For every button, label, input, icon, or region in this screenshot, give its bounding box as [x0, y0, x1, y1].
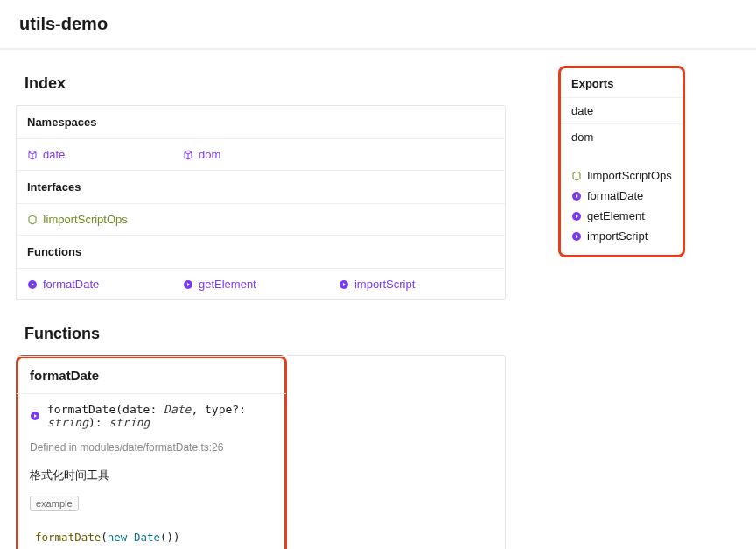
exports-heading: Exports	[561, 68, 682, 97]
highlight-annotation: formatDate formatDate(date: Date, type?:…	[16, 355, 287, 549]
interface-icon	[27, 215, 38, 225]
function-icon	[30, 411, 40, 421]
page-title: utils-demo	[19, 14, 737, 34]
page-header: utils-demo	[0, 0, 756, 50]
function-icon	[571, 211, 582, 222]
spacer	[561, 150, 682, 165]
exports-label[interactable]: getElement	[587, 209, 645, 222]
interface-link-iimportscriptops[interactable]: IimportScriptOps	[27, 213, 128, 226]
main-column: Index Namespaces date dom Interfaces Iim…	[16, 66, 506, 549]
namespace-link-date[interactable]: date	[27, 148, 183, 161]
index-heading: Index	[24, 74, 506, 93]
index-panel: Namespaces date dom Interfaces IimportSc…	[16, 105, 506, 300]
function-icon	[571, 191, 582, 201]
signature-text: formatDate(date: Date, type?: string): s…	[47, 403, 274, 429]
function-name: formatDate	[18, 357, 286, 394]
namespaces-row: date dom	[17, 139, 505, 171]
interface-icon	[571, 171, 582, 181]
interfaces-label: Interfaces	[17, 171, 505, 204]
exports-item-importscript[interactable]: importScript	[561, 226, 682, 246]
function-icon	[183, 279, 193, 290]
sig-param2: type	[205, 403, 232, 416]
function-link-formatdate[interactable]: formatDate	[27, 278, 183, 291]
code-class: Date	[134, 531, 160, 544]
sig-param2-type: string	[47, 416, 88, 429]
sig-param1-type: Date	[164, 403, 191, 416]
function-label: getElement	[199, 278, 256, 291]
example-tag: example	[30, 496, 79, 511]
code-fn: formatDate	[35, 531, 101, 544]
function-label: importScript	[354, 278, 415, 291]
page-body: Index Namespaces date dom Interfaces Iim…	[0, 50, 756, 549]
interfaces-row: IimportScriptOps	[17, 204, 505, 236]
exports-item-iimportscriptops[interactable]: IimportScriptOps	[561, 165, 682, 186]
functions-heading: Functions	[24, 325, 506, 343]
function-link-importscript[interactable]: importScript	[339, 278, 494, 291]
exports-label[interactable]: formatDate	[587, 189, 643, 202]
functions-label: Functions	[17, 236, 505, 269]
function-icon	[571, 231, 582, 242]
namespace-icon	[27, 150, 38, 160]
exports-ns-dom[interactable]: dom	[561, 123, 682, 150]
sig-return-type: string	[108, 416, 150, 429]
function-detail-row: formatDate formatDate(date: Date, type?:…	[16, 355, 506, 549]
exports-ns-date[interactable]: date	[561, 97, 682, 123]
function-icon	[27, 279, 38, 290]
function-label: formatDate	[43, 278, 99, 291]
function-link-getelement[interactable]: getElement	[183, 278, 339, 291]
exports-label[interactable]: IimportScriptOps	[587, 169, 672, 182]
aside-column: Exports date dom IimportScriptOps format…	[558, 66, 685, 549]
exports-panel: Exports date dom IimportScriptOps format…	[558, 66, 685, 257]
function-defined-in: Defined in modules/date/formatDate.ts:26	[18, 438, 286, 462]
namespace-icon	[183, 150, 193, 160]
namespace-label: dom	[199, 148, 220, 161]
sig-param2-opt: ?:	[232, 403, 246, 416]
namespace-label: date	[43, 148, 65, 161]
function-description: 格式化时间工具	[18, 462, 286, 489]
code-suffix: ())	[160, 531, 180, 544]
namespace-link-dom[interactable]: dom	[183, 148, 339, 161]
functions-row: formatDate getElement importScript	[17, 269, 505, 299]
exports-item-getelement[interactable]: getElement	[561, 206, 682, 226]
namespaces-label: Namespaces	[17, 106, 505, 139]
example-code: formatDate(new Date())	[30, 524, 274, 549]
function-signature: formatDate(date: Date, type?: string): s…	[18, 394, 286, 438]
function-icon	[339, 279, 349, 290]
function-panel-remainder	[287, 355, 506, 549]
exports-label[interactable]: importScript	[587, 229, 648, 243]
sig-fn-name: formatDate	[47, 403, 116, 416]
interface-label: IimportScriptOps	[43, 213, 128, 226]
sig-param1: date	[122, 403, 150, 416]
code-keyword: new	[108, 531, 128, 544]
exports-item-formatdate[interactable]: formatDate	[561, 186, 682, 206]
